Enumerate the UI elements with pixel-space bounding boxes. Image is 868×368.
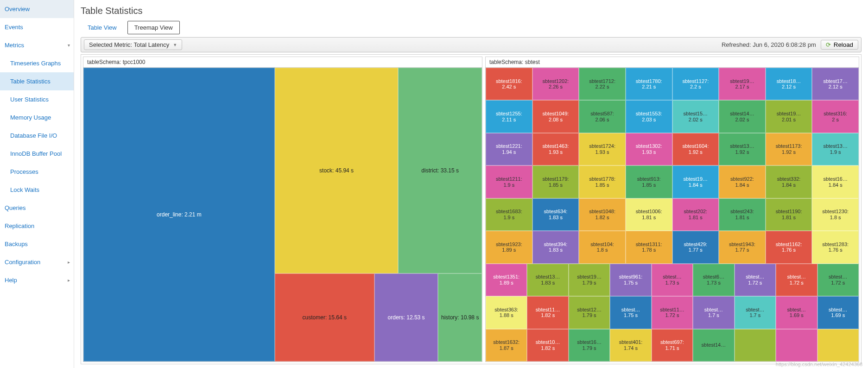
treemap-cell[interactable]: sbtest13…1.83 s: [527, 264, 568, 296]
treemap-cell[interactable]: sbtest11…1.82 s: [527, 296, 568, 329]
treemap-cell[interactable]: sbtest1683:1.9 s: [486, 198, 532, 231]
treemap-cell[interactable]: sbtest1221:1.94 s: [486, 133, 532, 165]
sidebar-item-configuration[interactable]: Configuration▸: [0, 253, 74, 271]
treemap-cell[interactable]: sbtest13…1.92 s: [719, 133, 766, 165]
tab-table-view[interactable]: Table View: [81, 21, 124, 34]
treemap-cell[interactable]: sbtest13…1.9 s: [812, 133, 859, 165]
treemap-cell[interactable]: sbtest243:1.81 s: [719, 198, 766, 231]
sidebar-item-help[interactable]: Help▸: [0, 271, 74, 289]
treemap-cell[interactable]: sbtest104:1.8 s: [579, 231, 626, 263]
treemap-cell[interactable]: sbtest11…1.72 s: [652, 296, 693, 329]
treemap-cell[interactable]: sbtest1127:2.2 s: [672, 68, 719, 100]
treemap-cell[interactable]: sbtest6…1.73 s: [693, 264, 734, 296]
sidebar-item-lock-waits[interactable]: Lock Waits: [0, 181, 74, 199]
treemap-cell[interactable]: sbtest14…2.02 s: [719, 100, 766, 133]
sidebar-item-processes[interactable]: Processes: [0, 163, 74, 181]
treemap-cell[interactable]: sbtest1780:2.21 s: [626, 68, 672, 100]
treemap-cell[interactable]: sbtest961:1.75 s: [610, 264, 651, 296]
treemap-cell[interactable]: sbtest1604:1.92 s: [672, 133, 719, 165]
treemap-cell[interactable]: sbtest1173:1.92 s: [766, 133, 812, 165]
treemap-cell[interactable]: sbtest697:1.71 s: [652, 329, 693, 362]
treemap-cell[interactable]: sbtest913:1.85 s: [626, 165, 672, 198]
treemap-cell[interactable]: sbtest1202:2.26 s: [532, 68, 579, 100]
treemap-cell[interactable]: sbtest18…2.12 s: [766, 68, 812, 100]
treemap-cell[interactable]: sbtest…1.72 s: [776, 264, 817, 296]
treemap-cell[interactable]: sbtest…1.72 s: [817, 264, 859, 296]
treemap-cell[interactable]: sbtest15…2.02 s: [672, 100, 719, 133]
sidebar-item-user-statistics[interactable]: User Statistics: [0, 90, 74, 108]
treemap-cell[interactable]: sbtest429:1.77 s: [672, 231, 719, 263]
treemap-cell[interactable]: [776, 329, 817, 362]
sidebar-item-replication[interactable]: Replication: [0, 217, 74, 235]
treemap-cell[interactable]: sbtest1778:1.85 s: [579, 165, 626, 198]
treemap-cell[interactable]: sbtest1553:2.03 s: [626, 100, 672, 133]
treemap-cell[interactable]: sbtest16…1.79 s: [569, 329, 610, 362]
treemap-cell[interactable]: sbtest1816:2.42 s: [486, 68, 532, 100]
treemap-cell[interactable]: sbtest1712:2.22 s: [579, 68, 626, 100]
treemap-cell[interactable]: sbtest…1.73 s: [652, 264, 693, 296]
treemap-cell[interactable]: order_line: 2.21 m: [83, 68, 275, 362]
treemap-cell[interactable]: sbtest1162:1.76 s: [766, 231, 812, 263]
treemap-cell[interactable]: sbtest316:2 s: [812, 100, 859, 133]
sidebar-item-table-statistics[interactable]: Table Statistics: [0, 72, 74, 90]
treemap-cell[interactable]: sbtest…1.72 s: [735, 264, 776, 296]
metric-select[interactable]: Selected Metric: Total Latency ▼: [84, 39, 182, 50]
treemap-cell[interactable]: sbtest1006:1.81 s: [626, 198, 672, 231]
treemap-cell[interactable]: sbtest12…1.79 s: [569, 296, 610, 329]
treemap-cell[interactable]: sbtest19…2.01 s: [766, 100, 812, 133]
treemap-cell[interactable]: sbtest19…2.17 s: [719, 68, 766, 100]
treemap-cell[interactable]: [817, 329, 859, 362]
treemap-cell[interactable]: sbtest394:1.83 s: [532, 231, 579, 263]
treemap-cell[interactable]: sbtest634:1.83 s: [532, 198, 579, 231]
treemap-cell[interactable]: sbtest1211:1.9 s: [486, 165, 532, 198]
treemap-cell[interactable]: sbtest1463:1.93 s: [532, 133, 579, 165]
treemap-cell[interactable]: sbtest1255:2.11 s: [486, 100, 532, 133]
treemap-cell[interactable]: [735, 329, 776, 362]
treemap-cell[interactable]: sbtest1632:1.87 s: [486, 329, 527, 362]
treemap-cell[interactable]: sbtest…1.69 s: [817, 296, 859, 329]
sidebar-item-overview[interactable]: Overview: [0, 0, 74, 18]
treemap-cell[interactable]: sbtest332:1.84 s: [766, 165, 812, 198]
treemap-cell[interactable]: sbtest1230:1.8 s: [812, 198, 859, 231]
treemap-cell[interactable]: sbtest…1.75 s: [610, 296, 651, 329]
treemap-cell[interactable]: sbtest1943:1.77 s: [719, 231, 766, 263]
treemap-cell[interactable]: sbtest1724:1.93 s: [579, 133, 626, 165]
treemap-cell[interactable]: customer: 15.64 s: [275, 273, 374, 362]
sidebar-item-database-file-i-o[interactable]: Database File I/O: [0, 127, 74, 145]
treemap-cell[interactable]: sbtest10…1.82 s: [527, 329, 568, 362]
treemap-cell[interactable]: sbtest…1.69 s: [776, 296, 817, 329]
sidebar-item-memory-usage[interactable]: Memory Usage: [0, 108, 74, 127]
treemap-cell[interactable]: sbtest14…: [693, 329, 734, 362]
treemap-cell[interactable]: sbtest16…1.84 s: [812, 165, 859, 198]
sidebar-item-timeseries-graphs[interactable]: Timeseries Graphs: [0, 54, 74, 72]
treemap-cell[interactable]: sbtest1283:1.76 s: [812, 231, 859, 263]
reload-button[interactable]: ⟳ Reload: [821, 40, 858, 50]
treemap-cell[interactable]: stock: 45.94 s: [275, 68, 399, 273]
treemap-cell[interactable]: sbtest1049:2.08 s: [532, 100, 579, 133]
tab-treemap-view[interactable]: Treemap View: [127, 21, 180, 34]
sidebar-item-queries[interactable]: Queries: [0, 199, 74, 217]
treemap-cell[interactable]: sbtest1923:1.89 s: [486, 231, 532, 263]
treemap-cell[interactable]: sbtest19…1.79 s: [569, 264, 610, 296]
treemap-cell[interactable]: sbtest19…1.84 s: [672, 165, 719, 198]
treemap-cell[interactable]: sbtest1190:1.81 s: [766, 198, 812, 231]
treemap-cell[interactable]: sbtest1048:1.82 s: [579, 198, 626, 231]
treemap-cell[interactable]: sbtest587:2.06 s: [579, 100, 626, 133]
treemap-cell[interactable]: district: 33.15 s: [398, 68, 482, 273]
sidebar-item-events[interactable]: Events: [0, 18, 74, 36]
treemap-cell[interactable]: sbtest…1.7 s: [735, 296, 776, 329]
sidebar-item-metrics[interactable]: Metrics▾: [0, 36, 74, 54]
treemap-cell[interactable]: sbtest1311:1.78 s: [626, 231, 672, 263]
treemap-cell[interactable]: sbtest922:1.84 s: [719, 165, 766, 198]
treemap-cell[interactable]: sbtest202:1.81 s: [672, 198, 719, 231]
sidebar-item-backups[interactable]: Backups: [0, 235, 74, 253]
treemap-cell[interactable]: sbtest363:1.88 s: [486, 296, 527, 329]
treemap-cell[interactable]: orders: 12.53 s: [374, 273, 438, 362]
treemap-cell[interactable]: sbtest1179:1.85 s: [532, 165, 579, 198]
treemap-cell[interactable]: sbtest17…2.12 s: [812, 68, 859, 100]
sidebar-item-innodb-buffer-pool[interactable]: InnoDB Buffer Pool: [0, 145, 74, 163]
treemap-cell[interactable]: sbtest1351:1.89 s: [486, 264, 527, 296]
treemap-cell[interactable]: sbtest1302:1.93 s: [626, 133, 672, 165]
treemap-cell[interactable]: history: 10.98 s: [438, 273, 482, 362]
treemap-cell[interactable]: sbtest401:1.74 s: [610, 329, 651, 362]
